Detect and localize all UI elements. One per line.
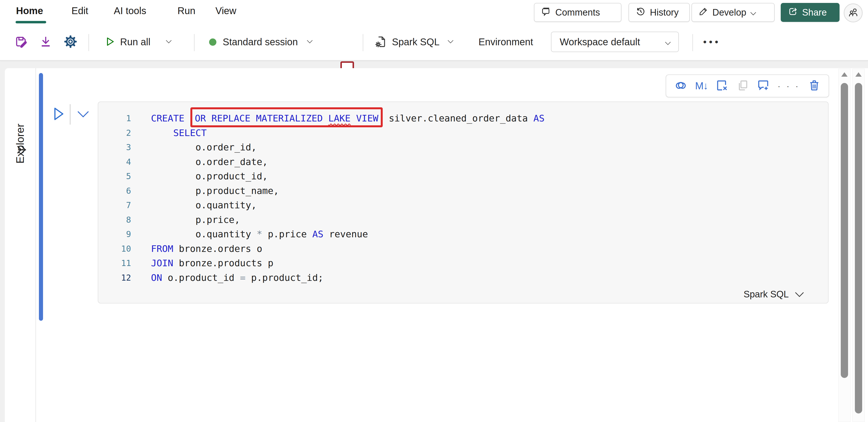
- code-token: LAKE: [328, 113, 351, 123]
- history-button[interactable]: History: [628, 3, 690, 22]
- toolbar-divider: [363, 34, 363, 51]
- chevron-down-icon: [665, 36, 671, 48]
- code-token: o.order_id,: [151, 142, 257, 152]
- code-token: OR REPLACE MATERIALIZED: [195, 113, 328, 123]
- develop-label: Develop: [712, 7, 746, 18]
- save-button[interactable]: [14, 24, 28, 60]
- line-number: 12: [98, 271, 131, 285]
- line-number: 9: [98, 227, 131, 242]
- copilot-button[interactable]: [675, 79, 687, 93]
- scroll-up-arrow-icon[interactable]: [841, 72, 847, 77]
- gear-icon: [64, 35, 77, 49]
- add-comment-button[interactable]: [757, 79, 770, 93]
- session-status-dot: [209, 38, 216, 46]
- chevron-down-icon: [307, 40, 313, 45]
- convert-to-markdown-icon: M↓: [695, 80, 708, 92]
- code-text: CREATE OR REPLACE MATERIALIZED LAKE VIEW…: [151, 111, 545, 126]
- develop-button[interactable]: Develop: [691, 3, 775, 22]
- share-label: Share: [802, 7, 827, 18]
- code-line: 8 p.price,: [98, 213, 828, 227]
- line-number: 8: [98, 213, 131, 227]
- tab-edit[interactable]: Edit: [71, 5, 88, 16]
- code-lines[interactable]: 1CREATE OR REPLACE MATERIALIZED LAKE VIE…: [98, 111, 828, 285]
- code-text: JOIN bronze.products p: [151, 256, 273, 271]
- line-number: 4: [98, 155, 131, 169]
- code-token: p.product_name,: [151, 186, 279, 196]
- line-number: 5: [98, 169, 131, 184]
- code-line: 10FROM bronze.orders o: [98, 242, 828, 256]
- clear-output-icon: [716, 79, 728, 93]
- notebook-app: Home Edit AI tools Run View Comments: [0, 0, 868, 422]
- code-cell[interactable]: 1CREATE OR REPLACE MATERIALIZED LAKE VIE…: [98, 102, 829, 304]
- chevron-down-icon: [77, 115, 90, 119]
- code-line: 9 o.quantity * p.price AS revenue: [98, 227, 828, 242]
- code-text: p.product_name,: [151, 184, 279, 198]
- cell-language-selector[interactable]: Spark SQL: [744, 289, 804, 300]
- add-comment-icon: [757, 79, 770, 93]
- comment-bubble-icon: [541, 6, 552, 19]
- session-status[interactable]: Standard session: [209, 24, 313, 60]
- delete-cell-button[interactable]: [808, 79, 820, 93]
- convert-to-markdown-button[interactable]: M↓: [695, 80, 708, 92]
- scroll-up-arrow-icon[interactable]: [855, 72, 862, 77]
- download-icon: [39, 35, 53, 49]
- line-number: 10: [98, 242, 131, 256]
- tab-home[interactable]: Home: [16, 5, 43, 16]
- session-label: Standard session: [223, 36, 298, 48]
- code-text: o.order_id,: [151, 140, 257, 155]
- code-token: revenue: [323, 229, 368, 240]
- workspace-label: Workspace default: [560, 36, 640, 48]
- code-text: o.quantity * p.price AS revenue: [151, 227, 368, 242]
- sql-document-gear-icon: [374, 35, 388, 49]
- ellipsis-icon: •••: [703, 36, 721, 48]
- settings-button[interactable]: [64, 24, 77, 60]
- code-token: SELECT: [151, 128, 207, 138]
- chevron-down-icon: [750, 7, 756, 18]
- cell-selection-bar: [39, 73, 43, 321]
- cell-more-button[interactable]: · · ·: [778, 81, 800, 91]
- collapse-cell-button[interactable]: [77, 110, 90, 119]
- code-line: 3 o.order_id,: [98, 140, 828, 155]
- code-token: o.quantity,: [151, 200, 257, 210]
- copy-cell-button: [737, 79, 749, 93]
- code-token: p.price,: [151, 215, 240, 225]
- code-line: 7 o.quantity,: [98, 198, 828, 213]
- scrollbar-thumb[interactable]: [841, 83, 848, 378]
- toolbar-divider: [194, 34, 194, 51]
- code-text: o.product_id,: [151, 169, 268, 184]
- line-number: 1: [98, 111, 131, 126]
- code-token: ON: [151, 272, 162, 283]
- people-icon: [847, 7, 859, 19]
- trash-icon: [808, 79, 820, 93]
- run-cell-button[interactable]: [53, 107, 65, 122]
- language-dropdown[interactable]: Spark SQL: [374, 24, 454, 60]
- workspace-dropdown[interactable]: Workspace default: [551, 32, 679, 52]
- clear-output-button[interactable]: [716, 79, 728, 93]
- tab-run[interactable]: Run: [178, 5, 195, 16]
- play-icon: [104, 36, 116, 49]
- code-line: 6 p.product_name,: [98, 184, 828, 198]
- code-token: CREATE: [151, 113, 190, 123]
- run-all-button[interactable]: Run all: [104, 24, 172, 60]
- chevron-down-icon: [447, 40, 454, 45]
- code-line: 5 o.product_id,: [98, 169, 828, 184]
- tab-view[interactable]: View: [215, 5, 236, 16]
- toolbar-more-button[interactable]: •••: [703, 24, 721, 60]
- history-label: History: [650, 7, 679, 18]
- collaborators-avatar[interactable]: [844, 3, 863, 22]
- outer-scrollbar[interactable]: [852, 68, 865, 422]
- code-token: bronze.orders o: [173, 243, 262, 254]
- comments-button[interactable]: Comments: [534, 3, 621, 22]
- toolbar-divider: [692, 34, 693, 51]
- tab-ai-tools[interactable]: AI tools: [114, 5, 146, 16]
- code-text: o.order_date,: [151, 155, 268, 169]
- download-button[interactable]: [39, 24, 53, 60]
- language-label: Spark SQL: [392, 36, 440, 48]
- line-number: 7: [98, 198, 131, 213]
- share-button[interactable]: Share: [781, 3, 840, 22]
- inner-scrollbar[interactable]: [838, 68, 850, 422]
- scrollbar-thumb[interactable]: [855, 83, 862, 414]
- code-line: 2 SELECT: [98, 126, 828, 140]
- menu-bar: Home Edit AI tools Run View Comments: [0, 0, 868, 24]
- line-number: 11: [98, 256, 131, 271]
